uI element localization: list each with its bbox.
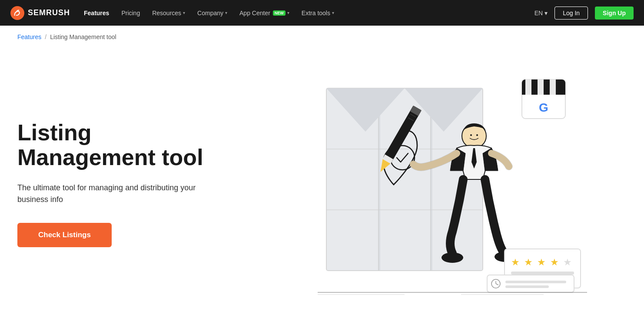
navigation: SEMRUSH Features Pricing Resources ▾ Com… xyxy=(0,0,644,26)
nav-pricing[interactable]: Pricing xyxy=(121,10,140,17)
page-title: Listing Management tool xyxy=(17,120,235,170)
breadcrumb-parent[interactable]: Features xyxy=(17,33,41,40)
nav-extra-tools[interactable]: Extra tools ▾ xyxy=(302,10,334,17)
svg-rect-35 xyxy=(511,272,574,275)
new-badge: NEW xyxy=(273,10,285,16)
chevron-down-icon: ▾ xyxy=(225,10,227,15)
chevron-down-icon: ▾ xyxy=(332,10,334,15)
chevron-down-icon: ▾ xyxy=(287,10,289,15)
hero-section: Listing Management tool The ultimate too… xyxy=(0,40,644,310)
login-button[interactable]: Log In xyxy=(554,7,588,20)
nav-features[interactable]: Features xyxy=(84,10,109,17)
svg-text:G: G xyxy=(539,101,548,114)
breadcrumb-current: Listing Management tool xyxy=(50,33,116,40)
nav-resources[interactable]: Resources ▾ xyxy=(152,10,185,17)
svg-text:★: ★ xyxy=(537,257,546,268)
svg-point-18 xyxy=(470,134,472,136)
breadcrumb: Features / Listing Management tool xyxy=(0,26,644,40)
svg-rect-41 xyxy=(505,281,566,283)
svg-rect-42 xyxy=(505,285,549,288)
logo[interactable]: SEMRUSH xyxy=(10,6,70,20)
check-listings-button[interactable]: Check Listings xyxy=(17,223,112,247)
chevron-down-icon: ▾ xyxy=(183,10,185,15)
svg-rect-26 xyxy=(538,80,544,95)
breadcrumb-separator: / xyxy=(45,33,46,40)
hero-illustration: G ★ ★ ★ ★ ★ xyxy=(235,58,627,310)
nav-app-center[interactable]: App Center NEW ▾ xyxy=(239,10,289,17)
svg-rect-25 xyxy=(525,80,531,95)
logo-text: SEMRUSH xyxy=(28,8,70,17)
nav-links: Features Pricing Resources ▾ Company ▾ A… xyxy=(84,10,521,17)
svg-point-20 xyxy=(442,252,463,263)
hero-subtitle: The ultimate tool for managing and distr… xyxy=(17,182,200,205)
svg-point-0 xyxy=(10,6,24,20)
nav-right: EN ▾ Log In Sign Up xyxy=(534,7,634,20)
svg-text:★: ★ xyxy=(550,257,559,268)
svg-text:★: ★ xyxy=(524,257,533,268)
chevron-down-icon: ▾ xyxy=(544,10,548,17)
signup-button[interactable]: Sign Up xyxy=(595,7,634,20)
svg-point-19 xyxy=(476,134,478,136)
hero-content: Listing Management tool The ultimate too… xyxy=(17,120,235,247)
nav-company[interactable]: Company ▾ xyxy=(197,10,227,17)
language-selector[interactable]: EN ▾ xyxy=(534,10,548,17)
svg-text:★: ★ xyxy=(563,257,572,268)
svg-text:★: ★ xyxy=(511,257,520,268)
hero-svg: G ★ ★ ★ ★ ★ xyxy=(274,62,587,305)
svg-rect-27 xyxy=(550,80,556,95)
